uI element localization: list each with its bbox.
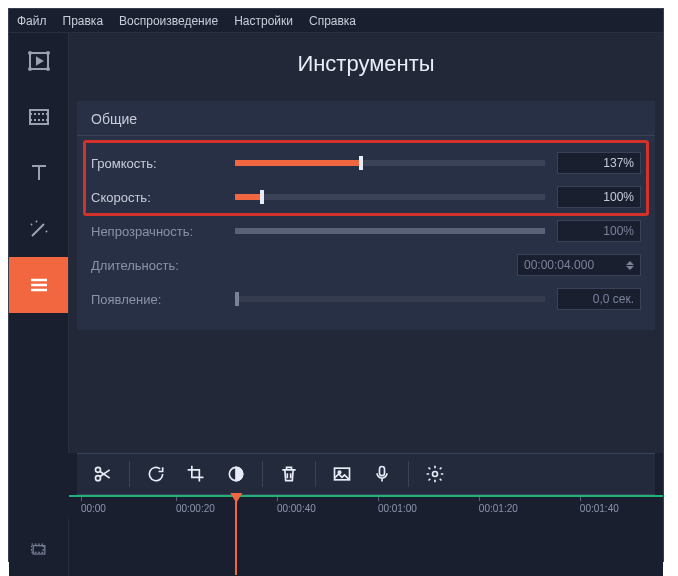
slider-opacity <box>235 228 545 234</box>
label-appear: Появление: <box>91 292 223 307</box>
color-button[interactable] <box>218 458 254 490</box>
duration-text: 00:00:04.000 <box>524 258 594 272</box>
film-play-icon <box>27 49 51 73</box>
label-speed: Скорость: <box>91 190 223 205</box>
panel-heading: Общие <box>77 101 655 136</box>
settings-button[interactable] <box>417 458 453 490</box>
sidebar-item-tools[interactable] <box>9 257 68 313</box>
image-button[interactable] <box>324 458 360 490</box>
svg-point-3 <box>47 52 49 54</box>
rotate-button[interactable] <box>138 458 174 490</box>
menu-edit[interactable]: Правка <box>63 14 104 28</box>
tick: 00:01:40 <box>580 503 619 514</box>
timeline-toolbar <box>77 453 655 495</box>
trash-icon <box>279 464 299 484</box>
timeline: 00:00 00:00:20 00:00:40 00:01:00 00:01:2… <box>9 495 663 576</box>
svg-point-2 <box>29 68 31 70</box>
sidebar <box>9 33 69 453</box>
menu-play[interactable]: Воспроизведение <box>119 14 218 28</box>
sidebar-item-effects[interactable] <box>9 201 68 257</box>
contrast-icon <box>226 464 246 484</box>
panel-title: Инструменты <box>69 33 663 101</box>
tick: 00:00 <box>81 503 106 514</box>
slider-volume[interactable] <box>235 160 545 166</box>
content-panel: Инструменты Общие Громкость: 137% Скорос… <box>69 33 663 453</box>
label-volume: Громкость: <box>91 156 223 171</box>
separator <box>315 461 316 487</box>
value-speed[interactable]: 100% <box>557 186 641 208</box>
svg-point-12 <box>433 472 438 477</box>
tick: 00:00:20 <box>176 503 215 514</box>
timeline-ruler[interactable]: 00:00 00:00:20 00:00:40 00:01:00 00:01:2… <box>69 495 663 519</box>
film-strip-icon <box>27 105 51 129</box>
label-duration: Длительность: <box>91 258 223 273</box>
slider-appear <box>235 296 545 302</box>
scissors-icon <box>93 464 113 484</box>
app-window: Файл Правка Воспроизведение Настройки Сп… <box>8 8 664 562</box>
track-header[interactable] <box>9 519 69 576</box>
row-speed: Скорость: 100% <box>91 180 641 214</box>
value-duration: 00:00:04.000 <box>517 254 641 276</box>
image-icon <box>332 464 352 484</box>
value-appear: 0,0 сек. <box>557 288 641 310</box>
crop-button[interactable] <box>178 458 214 490</box>
menu-file[interactable]: Файл <box>17 14 47 28</box>
row-volume: Громкость: 137% <box>91 146 641 180</box>
gear-icon <box>425 464 445 484</box>
value-opacity: 100% <box>557 220 641 242</box>
tick: 00:01:20 <box>479 503 518 514</box>
tick: 00:01:00 <box>378 503 417 514</box>
record-button[interactable] <box>364 458 400 490</box>
menubar: Файл Правка Воспроизведение Настройки Сп… <box>9 9 663 33</box>
slider-speed[interactable] <box>235 194 545 200</box>
sidebar-item-film[interactable] <box>9 89 68 145</box>
row-opacity: Непрозрачность: 100% <box>91 214 641 248</box>
cut-button[interactable] <box>85 458 121 490</box>
delete-button[interactable] <box>271 458 307 490</box>
label-opacity: Непрозрачность: <box>91 224 223 239</box>
general-panel: Общие Громкость: 137% Скорость: <box>77 101 655 330</box>
playhead[interactable] <box>235 495 237 575</box>
menu-help[interactable]: Справка <box>309 14 356 28</box>
menu-settings[interactable]: Настройки <box>234 14 293 28</box>
tracks <box>9 519 663 576</box>
svg-point-4 <box>47 68 49 70</box>
svg-point-1 <box>29 52 31 54</box>
crop-icon <box>186 464 206 484</box>
sidebar-item-preview[interactable] <box>9 33 68 89</box>
separator <box>129 461 130 487</box>
mic-icon <box>372 464 392 484</box>
spinner-icon <box>626 261 634 270</box>
svg-point-6 <box>96 467 101 472</box>
layers-icon <box>29 539 49 559</box>
sidebar-item-text[interactable] <box>9 145 68 201</box>
svg-rect-5 <box>30 110 48 124</box>
menu-icon <box>27 273 51 297</box>
row-appear: Появление: 0,0 сек. <box>91 282 641 316</box>
svg-point-7 <box>96 476 101 481</box>
value-volume[interactable]: 137% <box>557 152 641 174</box>
rotate-icon <box>146 464 166 484</box>
row-duration: Длительность: 00:00:04.000 <box>91 248 641 282</box>
svg-rect-11 <box>380 467 385 476</box>
text-icon <box>27 161 51 185</box>
magic-wand-icon <box>27 217 51 241</box>
separator <box>408 461 409 487</box>
separator <box>262 461 263 487</box>
track-body[interactable] <box>69 519 663 576</box>
tick: 00:00:40 <box>277 503 316 514</box>
